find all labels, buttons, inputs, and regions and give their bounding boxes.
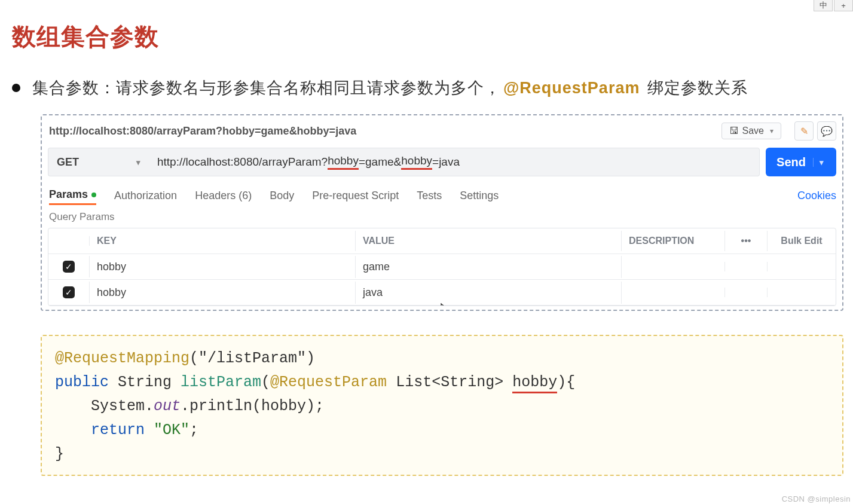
table-header: KEY VALUE DESCRIPTION ••• Bulk Edit [48,228,836,254]
param-desc-input[interactable] [622,288,725,297]
param-name: hobby [512,374,557,393]
checkbox[interactable]: ✓ [63,286,75,298]
url-mid-2: =java [432,155,460,169]
param-type: List<String> [387,374,512,391]
code-line: return "OK"; [55,419,829,442]
code-text: System. [55,398,154,415]
tab-settings[interactable]: Settings [460,187,499,204]
code-line: @RequestMapping("/listParam") [55,347,829,371]
tab-body[interactable]: Body [270,187,294,204]
api-panel: http://localhost:8080/arrayParam?hobby=g… [41,114,843,311]
save-icon: 🖫 [729,126,739,136]
more-icon[interactable]: ••• [725,231,768,251]
comment-icon[interactable]: 💬 [817,121,836,140]
param-value-input[interactable]: game [356,256,622,278]
slide-title: 数组集合参数 [12,20,848,53]
http-method-select[interactable]: GET ▾ [48,148,149,176]
bullet-prefix: 集合参数：请求参数名与形参集合名称相同且请求参数为多个， [32,79,501,97]
url-prefix: http://localhost:8080/arrayParam? [157,155,328,169]
tab-authorization[interactable]: Authorization [114,187,177,204]
chevron-down-icon: ▾ [770,127,773,135]
tool-icons: ✎ 💬 [794,121,836,140]
tab-prerequest[interactable]: Pre-request Script [312,187,399,204]
param-value-input[interactable]: java [356,282,622,304]
param-desc-input[interactable] [622,262,725,271]
bullet-suffix: 绑定参数关系 [642,79,748,97]
checkbox[interactable]: ✓ [63,261,75,273]
bulk-edit-link[interactable]: Bulk Edit [768,231,836,251]
string-literal: "OK" [154,421,189,439]
url-mid-1: =game& [359,155,401,169]
url-param-1: hobby [328,154,359,170]
code-line: public String listParam(@RequestParam Li… [55,371,829,395]
code-line: System.out.println(hobby); [55,395,829,419]
save-label: Save [742,126,764,136]
send-label: Send [776,155,806,169]
save-button[interactable]: 🖫 Save ▾ [721,123,781,139]
request-row: GET ▾ http://localhost:8080/arrayParam?h… [48,148,836,176]
paren-open: ( [261,374,270,391]
annotation-args: ("/listParam") [189,350,315,367]
col-key: KEY [90,231,356,251]
semicolon: ; [189,421,198,439]
paren-close: ){ [557,374,575,391]
tab-params-label: Params [49,188,88,200]
query-params-table: KEY VALUE DESCRIPTION ••• Bulk Edit ✓ ho… [48,228,836,306]
col-checkbox [48,236,90,246]
col-description: DESCRIPTION [622,231,725,251]
tab-tests[interactable]: Tests [417,187,442,204]
bullet-item: 集合参数：请求参数名与形参集合名称相同且请求参数为多个，@RequestPara… [12,77,848,99]
type: String [109,374,181,391]
param-key-input[interactable]: hobby [90,256,356,278]
floating-toolbar: 中 + [814,0,853,11]
annotation: @RequestMapping [55,350,189,367]
http-method-value: GET [57,156,79,169]
api-top-bar: http://localhost:8080/arrayParam?hobby=g… [48,119,836,146]
annotation-highlight: @RequestParam [501,79,642,97]
keyword: public [55,374,109,391]
table-row: ✓ hobby java [48,280,836,306]
url-param-2: hobby [401,154,432,170]
status-dot-icon [91,193,96,197]
request-title-url: http://localhost:8080/arrayParam?hobby=g… [48,125,721,138]
cookies-link[interactable]: Cookies [797,190,836,202]
keyword: return [55,421,154,439]
toolbar-btn-ime[interactable]: 中 [814,0,833,11]
bullet-text: 集合参数：请求参数名与形参集合名称相同且请求参数为多个，@RequestPara… [32,77,748,99]
edit-icon[interactable]: ✎ [794,121,814,140]
toolbar-btn-plus[interactable]: + [834,0,853,11]
request-tabs: Params Authorization Headers (6) Body Pr… [48,186,836,205]
chevron-down-icon[interactable]: ▾ [813,158,826,167]
tab-headers[interactable]: Headers (6) [195,187,252,204]
out-field: out [154,398,181,415]
param-annotation: @RequestParam [270,374,387,391]
code-line: } [55,442,829,466]
col-value: VALUE [356,231,622,251]
code-text: .println(hobby); [181,398,324,415]
param-key-input[interactable]: hobby [90,282,356,304]
bullet-dot-icon [12,84,20,92]
request-url-input[interactable]: http://localhost:8080/arrayParam?hobby=g… [149,148,760,176]
query-params-label: Query Params [49,211,836,223]
chevron-down-icon: ▾ [136,158,140,167]
method-name: listParam [181,374,261,391]
code-block: @RequestMapping("/listParam") public Str… [41,335,843,476]
table-row: ✓ hobby game [48,254,836,280]
tab-params[interactable]: Params [49,186,96,205]
send-button[interactable]: Send ▾ [766,148,836,176]
